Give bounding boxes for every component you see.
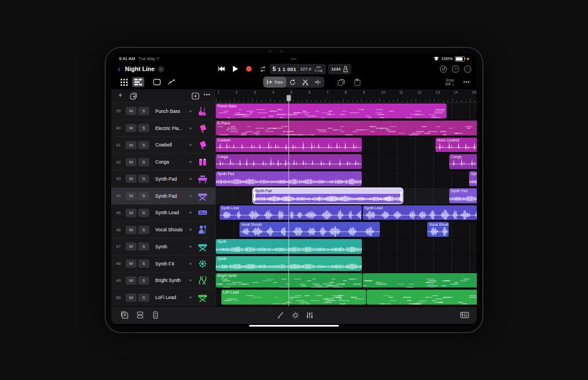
project-title[interactable]: Night Line <box>125 66 155 72</box>
region-bright-synth[interactable]: Bright Synth <box>216 273 362 288</box>
region[interactable] <box>367 290 477 305</box>
mute-button[interactable]: M <box>126 276 137 285</box>
solo-button[interactable]: S <box>138 226 149 234</box>
live-loops-grid-button[interactable] <box>118 77 130 87</box>
mute-button[interactable]: M <box>126 141 137 149</box>
mute-button[interactable]: M <box>126 158 137 166</box>
cycle-button[interactable] <box>258 64 267 73</box>
track-header-row[interactable]: 49MSBright Synth <box>111 273 215 290</box>
track-header-row[interactable]: 42MSConga <box>111 154 215 171</box>
track-header-row[interactable]: 41MSCowbell <box>111 137 215 154</box>
play-surface-keyboard-button[interactable] <box>460 311 469 319</box>
trim-tool-button[interactable]: Trim <box>263 77 286 88</box>
playhead-handle[interactable] <box>286 95 291 102</box>
playhead[interactable] <box>288 95 289 306</box>
mute-button[interactable]: M <box>126 192 137 200</box>
track-header-row[interactable]: 48MSSynth FX <box>111 256 215 273</box>
region-lofi-lead[interactable]: LoFi Lead <box>221 290 366 305</box>
region-resize-handle-right[interactable] <box>400 192 402 202</box>
plugins-button[interactable] <box>135 311 144 319</box>
ruler-tick <box>470 99 471 102</box>
snap-control[interactable]: Snap 1/4 ⌄ <box>445 78 455 86</box>
track-header-row[interactable]: 47MSSynth <box>111 238 215 256</box>
track-header-row[interactable]: 40MSElectric Pia... <box>111 120 215 137</box>
channel-strip-button[interactable] <box>151 311 160 319</box>
region-synth-pad[interactable]: Synth Pad <box>469 171 477 186</box>
mixer-button[interactable] <box>305 311 314 319</box>
solo-button[interactable]: S <box>138 276 149 285</box>
editors-pencil-button[interactable] <box>276 311 285 319</box>
patch-cables-icon <box>197 275 209 285</box>
mute-button[interactable]: M <box>126 209 137 217</box>
region[interactable] <box>363 273 477 288</box>
region-punch-bass[interactable]: Punch Bass <box>216 104 447 118</box>
region-vocal-shouts[interactable]: Vocal Shouts <box>427 222 449 237</box>
mute-button[interactable]: M <box>126 107 137 115</box>
solo-button[interactable]: S <box>138 158 149 166</box>
help-button[interactable]: ? <box>452 66 459 73</box>
region-synth-lead[interactable]: Synth Lead <box>363 205 477 220</box>
region-vocal-shouts[interactable]: Vocal Shouts <box>239 222 380 237</box>
toolbar-more-button[interactable]: ••• <box>464 79 470 85</box>
count-in-button[interactable]: 1234 <box>331 67 341 72</box>
region-more-cowbell[interactable]: More Cowbell <box>435 138 477 153</box>
solo-button[interactable]: S <box>138 107 149 115</box>
ruler-bar-number: 4 <box>272 90 274 94</box>
loop-tool-button[interactable] <box>286 77 299 88</box>
region-synth-pad[interactable]: Synth Pad <box>449 188 477 203</box>
play-button[interactable] <box>231 64 239 73</box>
mute-button[interactable]: M <box>126 175 137 183</box>
bar-ruler[interactable]: 123456789101112131415 <box>215 89 477 103</box>
track-list: 39MSPunch Bass40MSElectric Pia...41MSCow… <box>111 103 215 306</box>
track-header-row[interactable]: 46MSVocal Shouts <box>111 221 215 238</box>
track-header-more-button[interactable]: ••• <box>204 92 210 97</box>
ruler-tick <box>438 100 439 102</box>
add-region-button[interactable] <box>192 92 199 102</box>
tracks-view-button[interactable] <box>132 77 144 87</box>
automation-button[interactable] <box>165 77 177 87</box>
go-to-beginning-button[interactable] <box>217 64 226 73</box>
track-header-row[interactable]: 45MSSynth Lead <box>111 205 215 222</box>
ruler-tick <box>216 99 216 102</box>
lcd-display[interactable]: 5 1 1 001 127.0 4/4 C maj <box>270 64 326 74</box>
region-synth-pad[interactable]: Synth Pad <box>253 188 402 203</box>
region-synth-lead[interactable]: Synth Lead <box>220 205 362 220</box>
mute-button[interactable]: M <box>126 124 137 132</box>
record-button[interactable] <box>244 64 253 73</box>
more-options-button[interactable]: ⋯ <box>464 66 471 73</box>
back-button[interactable]: ‹ <box>118 65 121 73</box>
region-resize-handle-left[interactable] <box>254 192 255 202</box>
duplicate-track-button[interactable] <box>130 92 137 102</box>
project-menu-chevron-icon[interactable]: ⌄ <box>158 66 164 72</box>
track-header-row[interactable]: 43MSSynth Pad <box>111 171 215 188</box>
copy-button[interactable] <box>335 77 347 87</box>
split-tool-button[interactable] <box>299 77 312 88</box>
paste-button[interactable] <box>351 77 363 87</box>
mute-button[interactable]: M <box>126 242 137 251</box>
solo-button[interactable]: S <box>138 259 149 268</box>
solo-button[interactable]: S <box>138 192 149 200</box>
mute-button[interactable]: M <box>126 294 137 302</box>
solo-button[interactable]: S <box>138 242 149 251</box>
region-conga[interactable]: Conga <box>449 154 477 169</box>
controls-knob-button[interactable] <box>291 311 300 319</box>
solo-button[interactable]: S <box>138 294 149 302</box>
solo-button[interactable]: S <box>138 209 149 217</box>
track-header-row[interactable]: 44MSSynth Pad <box>111 188 215 205</box>
solo-button[interactable]: S <box>138 175 149 183</box>
track-header-row[interactable]: 50MSLoFi Lead <box>111 289 215 306</box>
fade-tool-button[interactable] <box>312 77 324 88</box>
mute-button[interactable]: M <box>126 259 137 268</box>
solo-button[interactable]: S <box>138 141 149 149</box>
mute-button[interactable]: M <box>126 226 137 234</box>
metronome-icon[interactable] <box>343 66 348 72</box>
add-track-button[interactable]: + <box>118 92 122 99</box>
region-e-piano[interactable]: E-Piano <box>216 121 477 135</box>
browser-button[interactable] <box>120 311 129 319</box>
region-inspector-button[interactable] <box>151 77 163 87</box>
multitasking-dots-icon[interactable]: ••• <box>111 57 477 61</box>
undo-history-button[interactable]: ↺ <box>440 66 447 73</box>
track-header-row[interactable]: 39MSPunch Bass <box>111 103 215 120</box>
home-indicator[interactable] <box>249 325 339 327</box>
solo-button[interactable]: S <box>138 124 149 132</box>
